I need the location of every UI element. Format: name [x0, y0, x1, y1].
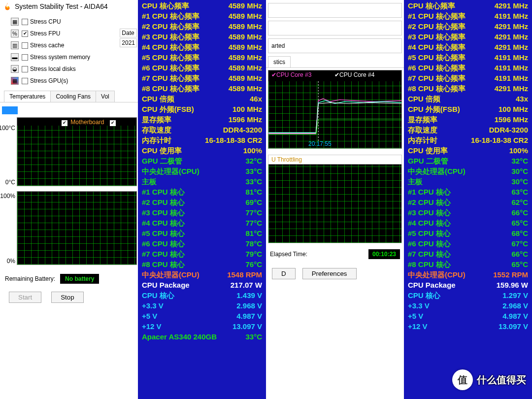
stat-row: +5 V4.987 V — [142, 311, 262, 321]
stat-row: GPU 二极管32°C — [142, 156, 262, 166]
stat-value: 33°C — [220, 166, 262, 176]
tab-cooling-fans[interactable]: Cooling Fans — [50, 91, 96, 102]
stat-label: 中央处理器(CPU) — [408, 166, 486, 176]
core-temp-graph: ✔CPU Core #3 ✔CPU Core #4 20:17:55 — [268, 70, 402, 149]
stress-cpu-row[interactable]: ▦ Stress CPU — [11, 16, 133, 28]
d-button[interactable]: D — [272, 268, 296, 279]
stat-label: #1 CPU 核心 — [408, 187, 486, 197]
stop-button[interactable]: Stop — [51, 292, 83, 303]
tab-temperatures[interactable]: Temperatures — [4, 91, 51, 102]
stat-value: 2.968 V — [220, 300, 262, 311]
stat-label: #4 CPU 核心频率 — [408, 42, 486, 52]
battery-value: No battery — [60, 274, 99, 284]
stress-cache-row[interactable]: ▥ Stress cache — [11, 39, 133, 51]
stat-value: 63°C — [486, 187, 528, 197]
stress-fpu-checkbox[interactable] — [22, 31, 28, 37]
stat-value: 1.297 V — [486, 290, 528, 300]
stat-value: 66°C — [486, 249, 528, 259]
stress-gpu-row[interactable]: ▦ Stress GPU(s) — [11, 75, 133, 87]
temperature-graph: ✔ Motherboard ✔ 100°C 0°C — [17, 117, 137, 186]
stat-row: #5 CPU 核心频率4191 MHz — [408, 52, 528, 63]
stress-fpu-row[interactable]: % Stress FPU — [11, 28, 133, 39]
stat-value: 16-18-18-38 CR2 — [471, 135, 528, 145]
stat-label: #2 CPU 核心 — [408, 197, 486, 207]
top-field-1[interactable] — [268, 3, 402, 18]
stat-row: #1 CPU 核心63°C — [408, 187, 528, 197]
stat-label: #8 CPU 核心频率 — [142, 83, 220, 94]
graph-timestamp: 20:17:55 — [308, 140, 332, 147]
stat-label: GPU 二极管 — [408, 156, 486, 166]
stat-value: DDR4-3200 — [486, 125, 528, 135]
sensor-list-item[interactable] — [2, 106, 18, 114]
stat-value: 4589 MHz — [220, 63, 262, 73]
top-field-2[interactable] — [268, 21, 402, 35]
stat-row: #3 CPU 核心频率4589 MHz — [142, 32, 262, 42]
stat-value: 65°C — [486, 259, 528, 269]
stress-mem-row[interactable]: ▬ Stress system memory — [11, 51, 133, 63]
stat-value: 4589 MHz — [220, 83, 262, 94]
aida64-window: System Stability Test - AIDA64 ▦ Stress … — [0, 0, 138, 399]
stat-label: 中央处理器(CPU) — [142, 166, 220, 176]
stat-value: 43x — [486, 94, 528, 104]
stat-row: GPU 二极管32°C — [408, 156, 528, 166]
stat-value: 1548 RPM — [220, 269, 262, 280]
stress-cpu-checkbox[interactable] — [22, 19, 28, 25]
stat-row: CPU 倍频43x — [408, 94, 528, 104]
cache-icon: ▥ — [11, 41, 19, 49]
stat-value: 100% — [220, 145, 262, 156]
stress-gpu-checkbox[interactable] — [22, 78, 28, 84]
stat-label: #6 CPU 核心频率 — [142, 63, 220, 73]
stat-value: 77°C — [220, 207, 262, 218]
stat-label: #1 CPU 核心 — [142, 187, 220, 197]
stat-label: #4 CPU 核心 — [142, 218, 220, 228]
core4-legend: CPU Core #4 — [339, 71, 374, 78]
core3-checkbox[interactable]: ✔ — [271, 71, 276, 78]
stat-row: #2 CPU 核心频率4291 MHz — [408, 21, 528, 32]
stat-label: 中央处理器(CPU) — [408, 269, 486, 280]
tab-voltages[interactable]: Vol — [96, 91, 115, 102]
stat-value: 217.07 W — [220, 280, 262, 290]
stat-label: 存取速度 — [142, 125, 220, 135]
stat-value: 1596 MHz — [220, 114, 262, 125]
stat-value: 4589 MHz — [220, 73, 262, 83]
stat-value: 4291 MHz — [486, 21, 528, 32]
stat-value: 100 MHz — [220, 104, 262, 114]
stress-options: ▦ Stress CPU % Stress FPU ▥ Stress cache… — [0, 13, 138, 88]
stat-value: 16-18-18-38 CR2 — [205, 135, 262, 145]
stat-value: 4291 MHz — [486, 83, 528, 94]
stat-row: 内存计时16-18-18-38 CR2 — [408, 135, 528, 145]
stat-value: 76°C — [220, 259, 262, 269]
stat-label: #6 CPU 核心 — [408, 238, 486, 249]
window-title: System Stability Test - AIDA64 — [15, 2, 108, 10]
flame-icon — [3, 2, 12, 11]
stat-row: #1 CPU 核心频率4589 MHz — [142, 11, 262, 21]
stress-mem-checkbox[interactable] — [22, 54, 28, 61]
stat-label: #8 CPU 核心 — [408, 259, 486, 269]
stat-row: #4 CPU 核心频率4291 MHz — [408, 42, 528, 52]
stat-label: CPU 外频(FSB) — [408, 104, 486, 114]
stat-value: 4191 MHz — [486, 73, 528, 83]
start-button[interactable]: Start — [9, 292, 41, 303]
stat-value: 46x — [220, 94, 262, 104]
stat-value: 4291 MHz — [486, 0, 528, 11]
core4-checkbox[interactable]: ✔ — [334, 71, 339, 78]
stat-row: #8 CPU 核心频率4291 MHz — [408, 83, 528, 94]
y-tick-top2: 100% — [0, 193, 15, 200]
tab-statistics[interactable]: stics — [268, 56, 291, 67]
stress-disks-row[interactable]: ◒ Stress local disks — [11, 63, 133, 75]
remaining-label: Remaining Battery: — [5, 275, 55, 282]
stat-label: CPU 倍频 — [142, 94, 220, 104]
stat-label: CPU 外频(FSB) — [142, 104, 220, 114]
preferences-button[interactable]: Preferences — [302, 268, 357, 279]
stat-row: +5 V4.987 V — [408, 311, 528, 321]
stat-label: 中央处理器(CPU) — [142, 269, 220, 280]
stress-cache-checkbox[interactable] — [22, 42, 28, 49]
stat-label: 存取速度 — [408, 125, 486, 135]
stat-value: 4.987 V — [220, 311, 262, 321]
stat-row: CPU Package159.96 W — [408, 280, 528, 290]
stat-label: GPU 二极管 — [142, 156, 220, 166]
stat-value: 4191 MHz — [486, 52, 528, 63]
stat-label: CPU 核心 — [142, 290, 220, 300]
stress-disks-checkbox[interactable] — [22, 66, 28, 72]
stat-label: CPU 核心频率 — [142, 0, 220, 11]
